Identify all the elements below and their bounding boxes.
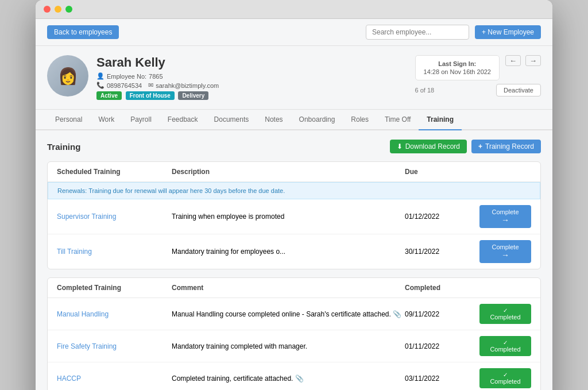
col-description: Description bbox=[172, 168, 405, 176]
download-record-button[interactable]: ⬇ Download Record bbox=[390, 140, 467, 153]
complete-button-supervisor[interactable]: Complete→ bbox=[479, 205, 531, 228]
close-button[interactable] bbox=[44, 6, 51, 13]
search-input[interactable] bbox=[366, 25, 469, 40]
deactivate-button[interactable]: Deactivate bbox=[496, 84, 541, 96]
topbar-right: + New Employee bbox=[366, 25, 541, 40]
avatar-image: 👩 bbox=[47, 55, 88, 96]
check-icon: ✓ bbox=[488, 307, 523, 314]
training-date-haccp: 03/11/2022 bbox=[405, 374, 462, 383]
minimize-button[interactable] bbox=[55, 6, 61, 13]
action-col: Complete→ bbox=[462, 240, 531, 263]
training-due-supervisor: 01/12/2022 bbox=[405, 213, 462, 221]
last-signin-label: Last Sign In: bbox=[424, 60, 491, 67]
training-date-fire: 01/11/2022 bbox=[405, 342, 462, 350]
employee-no: 7865 bbox=[149, 73, 163, 80]
training-record-label: Training Record bbox=[485, 142, 534, 150]
attachment-icon: 📎 bbox=[393, 310, 401, 318]
new-employee-button[interactable]: + New Employee bbox=[475, 25, 541, 39]
completed-training-card: Completed Training Comment Completed Man… bbox=[47, 277, 541, 390]
table-row: Manual Handling Manual Handling course c… bbox=[48, 298, 540, 330]
next-employee-button[interactable]: → bbox=[525, 55, 541, 66]
profile-section: 👩 Sarah Kelly 👤 Employee No: 7865 📞 0898… bbox=[36, 46, 552, 110]
employee-name: Sarah Kelly bbox=[96, 55, 219, 70]
col-comment: Comment bbox=[172, 284, 405, 292]
table-row: Fire Safety Training Mandatory training … bbox=[48, 330, 540, 362]
col-action-completed bbox=[462, 284, 531, 292]
email-icon: ✉ bbox=[148, 82, 153, 89]
completed-button-fire[interactable]: ✓ Completed bbox=[479, 336, 531, 356]
training-record-button[interactable]: + Training Record bbox=[471, 140, 541, 153]
browser-window: Back to employees + New Employee 👩 Sarah… bbox=[36, 0, 552, 390]
phone-icon: 📞 bbox=[96, 82, 105, 89]
training-comment-haccp: Completed training, certificate attached… bbox=[172, 374, 405, 383]
employee-contact: 📞 0898764534 ✉ sarahk@biztimply.com bbox=[96, 82, 219, 89]
col-completed-training: Completed Training bbox=[57, 284, 172, 292]
app-content: Back to employees + New Employee 👩 Sarah… bbox=[36, 19, 552, 390]
action-col: ✓ Completed bbox=[462, 336, 531, 356]
completed-button-haccp[interactable]: ✓ Completed bbox=[479, 368, 531, 388]
tab-onboarding[interactable]: Onboarding bbox=[291, 110, 343, 130]
training-name-manual-handling[interactable]: Manual Handling bbox=[57, 310, 172, 318]
table-row: Till Training Mandatory training for emp… bbox=[48, 234, 540, 269]
tab-documents[interactable]: Documents bbox=[206, 110, 257, 130]
table-row: HACCP Completed training, certificate at… bbox=[48, 362, 540, 390]
employee-email: sarahk@biztimply.com bbox=[156, 82, 219, 89]
main-content: Training ⬇ Download Record + Training Re… bbox=[36, 130, 552, 390]
badge-delivery: Delivery bbox=[178, 91, 208, 100]
action-col: ✓ Completed bbox=[462, 368, 531, 388]
employee-id: 👤 Employee No: 7865 bbox=[96, 72, 219, 80]
employee-phone: 0898764534 bbox=[107, 82, 142, 89]
employee-badges: Active Front of House Delivery bbox=[96, 91, 219, 100]
tab-notes[interactable]: Notes bbox=[257, 110, 291, 130]
topbar: Back to employees + New Employee bbox=[36, 19, 552, 46]
navigation-tabs: Personal Work Payroll Feedback Documents… bbox=[36, 110, 552, 130]
badge-front-of-house: Front of House bbox=[126, 91, 175, 100]
completed-table-header: Completed Training Comment Completed bbox=[48, 278, 540, 298]
maximize-button[interactable] bbox=[65, 6, 72, 13]
section-title: Training bbox=[47, 142, 80, 152]
profile-nav: ← → bbox=[505, 55, 541, 66]
section-actions: ⬇ Download Record + Training Record bbox=[390, 140, 541, 153]
tab-work[interactable]: Work bbox=[90, 110, 122, 130]
completed-button-manual[interactable]: ✓ Completed bbox=[479, 304, 531, 324]
training-comment-fire: Mandatory training completed with manage… bbox=[172, 342, 405, 350]
action-col: Complete→ bbox=[462, 205, 531, 228]
download-record-label: Download Record bbox=[405, 142, 460, 150]
plus-icon: + bbox=[478, 142, 482, 150]
scheduled-training-card: Scheduled Training Description Due Renew… bbox=[47, 161, 541, 269]
tab-training[interactable]: Training bbox=[419, 110, 462, 130]
tab-personal[interactable]: Personal bbox=[47, 110, 90, 130]
back-to-employees-button[interactable]: Back to employees bbox=[47, 25, 119, 39]
tab-payroll[interactable]: Payroll bbox=[122, 110, 160, 130]
download-icon: ⬇ bbox=[397, 142, 403, 150]
prev-employee-button[interactable]: ← bbox=[505, 55, 521, 66]
training-description-till: Mandatory training for employees o... bbox=[172, 248, 405, 256]
profile-left: 👩 Sarah Kelly 👤 Employee No: 7865 📞 0898… bbox=[47, 55, 219, 100]
last-signin-box: Last Sign In: 14:28 on Nov 16th 2022 bbox=[415, 55, 500, 80]
section-header: Training ⬇ Download Record + Training Re… bbox=[47, 140, 541, 153]
col-completed-date: Completed bbox=[405, 284, 462, 292]
tab-feedback[interactable]: Feedback bbox=[160, 110, 206, 130]
training-name-fire-safety[interactable]: Fire Safety Training bbox=[57, 342, 172, 350]
scheduled-table-header: Scheduled Training Description Due bbox=[48, 162, 540, 182]
renewal-notice: Renewals: Training due for renewal will … bbox=[48, 182, 540, 199]
training-name-till[interactable]: Till Training bbox=[57, 248, 172, 256]
profile-right: Last Sign In: 14:28 on Nov 16th 2022 ← →… bbox=[415, 55, 541, 96]
training-comment-manual: Manual Handling course completed online … bbox=[172, 310, 405, 318]
complete-button-till[interactable]: Complete→ bbox=[479, 240, 531, 263]
col-due: Due bbox=[405, 168, 462, 176]
profile-info: Sarah Kelly 👤 Employee No: 7865 📞 089876… bbox=[96, 55, 219, 100]
check-icon: ✓ bbox=[488, 339, 523, 346]
table-row: Supervisor Training Training when employ… bbox=[48, 199, 540, 234]
training-name-supervisor[interactable]: Supervisor Training bbox=[57, 213, 172, 221]
tab-time-off[interactable]: Time Off bbox=[377, 110, 419, 130]
training-date-manual: 09/11/2022 bbox=[405, 310, 462, 318]
training-name-haccp[interactable]: HACCP bbox=[57, 374, 172, 383]
check-icon: ✓ bbox=[488, 372, 523, 378]
action-col: ✓ Completed bbox=[462, 304, 531, 324]
employee-no-label: Employee No: bbox=[107, 73, 146, 80]
titlebar bbox=[36, 0, 552, 19]
col-scheduled-training: Scheduled Training bbox=[57, 168, 172, 176]
tab-roles[interactable]: Roles bbox=[343, 110, 377, 130]
person-icon: 👤 bbox=[96, 72, 105, 80]
